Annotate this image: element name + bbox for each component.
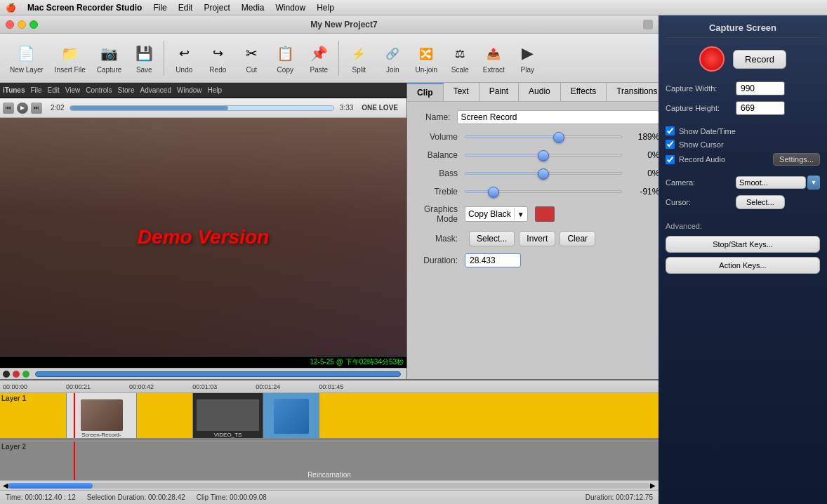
window-collapse-button[interactable] [643,20,653,29]
camera-select-arrow[interactable]: ▼ [807,175,820,190]
capture-width-input[interactable] [736,81,785,95]
undo-button[interactable]: ↩ Undo [168,39,199,77]
clip-blue[interactable] [263,393,319,439]
itunes-edit[interactable]: Edit [48,86,60,94]
volume-thumb[interactable] [553,132,564,143]
graphics-mode-row: Graphics Mode Copy Black ▼ [416,204,659,224]
insert-file-button[interactable]: 📁 Insert File [51,39,90,77]
scroll-thumb[interactable] [8,483,93,489]
extract-label: Extract [483,66,505,74]
camera-select[interactable]: Smoot... [736,176,806,189]
action-keys-button[interactable]: Action Keys... [666,257,820,274]
capture-panel-title: Capture Screen [666,22,820,38]
record-label-button[interactable]: Record [733,50,786,69]
status-bar: Time: 00:00:12.40 : 12 Selection Duratio… [0,490,659,504]
tab-clip[interactable]: Clip [407,83,444,101]
tab-audio[interactable]: Audio [519,83,561,101]
capture-button[interactable]: 📷 Capture [93,39,126,77]
itunes-store[interactable]: Store [118,86,135,94]
menu-media[interactable]: Media [242,3,265,13]
vc-btn1[interactable] [3,371,10,378]
itunes-next-btn[interactable]: ⏭ [31,102,42,114]
vc-btn3[interactable] [22,371,29,378]
duration-input[interactable] [465,253,521,267]
show-date-checkbox[interactable] [666,126,675,135]
itunes-help[interactable]: Help [208,86,223,94]
clip-screen-record[interactable]: Screen-Record- [67,393,137,439]
tab-text[interactable]: Text [444,83,479,101]
graphics-dropdown-arrow[interactable]: ▼ [517,211,524,218]
bass-slider[interactable] [465,168,628,179]
duration-row: Duration: [416,253,659,267]
mask-select-button[interactable]: Select... [469,231,515,246]
itunes-menu-item[interactable]: iTunes [3,86,25,94]
menu-help[interactable]: Help [317,3,334,13]
mask-invert-button[interactable]: Invert [519,231,555,246]
record-red-button[interactable] [699,46,725,72]
close-button[interactable] [6,20,14,29]
name-input[interactable] [457,110,659,124]
timeline-scrollbar: ◀ ▶ [0,480,659,490]
itunes-view[interactable]: View [65,86,81,94]
itunes-progress-bar[interactable] [70,105,333,111]
bass-fill [465,173,543,174]
paste-button[interactable]: 📌 Paste [303,39,334,77]
status-selection-duration: Selection Duration: 00:00:28.42 [87,493,185,501]
itunes-prev-btn[interactable]: ⏮ [3,102,14,114]
save-button[interactable]: 💾 Save [128,39,159,77]
balance-thumb[interactable] [538,150,549,161]
treble-slider[interactable] [465,186,628,197]
mask-clear-button[interactable]: Clear [560,231,595,246]
scroll-right-arrow[interactable]: ▶ [650,482,656,489]
copy-button[interactable]: 📋 Copy [270,39,300,77]
capture-height-input[interactable] [736,101,785,115]
cut-button[interactable]: ✂ Cut [236,39,267,77]
clip-video-ts[interactable]: VIDEO_TS [193,393,263,439]
extract-button[interactable]: 📤 Extract [478,39,509,77]
scroll-track[interactable] [8,483,650,489]
unjoin-button[interactable]: 🔀 Un-join [411,39,442,77]
stop-start-keys-button[interactable]: Stop/Start Keys... [666,236,820,253]
cursor-select-button[interactable]: Select... [736,195,785,209]
scale-button[interactable]: ⚖ Scale [444,39,475,77]
scroll-left-arrow[interactable]: ◀ [3,482,8,489]
maximize-button[interactable] [29,20,38,29]
playhead [74,393,75,438]
itunes-play-btn[interactable]: ▶ [17,102,28,114]
show-date-label[interactable]: Show Date/Time [679,127,736,135]
audio-settings-button[interactable]: Settings... [773,153,820,166]
clip-yellow-2[interactable] [137,393,193,439]
bass-row: Bass 0% [416,168,659,179]
itunes-window[interactable]: Window [177,86,202,94]
show-cursor-checkbox[interactable] [666,140,675,149]
graphics-color-swatch[interactable] [535,206,555,222]
record-audio-checkbox[interactable] [666,155,675,164]
redo-button[interactable]: ↪ Redo [202,39,233,77]
vc-btn2[interactable] [13,371,20,378]
itunes-file[interactable]: File [30,86,41,94]
join-button[interactable]: 🔗 Join [377,39,408,77]
video-controls-bar [0,368,406,379]
tab-effects[interactable]: Effects [561,83,607,101]
treble-thumb[interactable] [488,187,499,198]
bass-thumb[interactable] [538,168,549,180]
menu-edit[interactable]: Edit [178,3,193,13]
split-button[interactable]: ⚡ Split [343,39,374,77]
apple-menu[interactable]: 🍎 [6,3,16,13]
tab-paint[interactable]: Paint [479,83,519,101]
record-audio-label[interactable]: Record Audio [679,155,725,164]
volume-slider[interactable] [465,131,628,142]
menu-file[interactable]: File [153,3,166,13]
menu-window[interactable]: Window [275,3,305,13]
menu-project[interactable]: Project [204,3,230,13]
play-button[interactable]: ▶ Play [512,39,543,77]
volume-row: Volume 189% [416,131,659,142]
minimize-button[interactable] [18,20,26,29]
itunes-controls[interactable]: Controls [86,86,112,94]
show-cursor-label[interactable]: Show Cursor [679,140,724,149]
balance-slider[interactable] [465,150,628,161]
itunes-advanced[interactable]: Advanced [140,86,171,94]
video-preview: Demo Version [0,118,406,356]
preview-progress-bar[interactable] [35,371,401,377]
new-layer-button[interactable]: 📄 New Layer [6,39,48,77]
